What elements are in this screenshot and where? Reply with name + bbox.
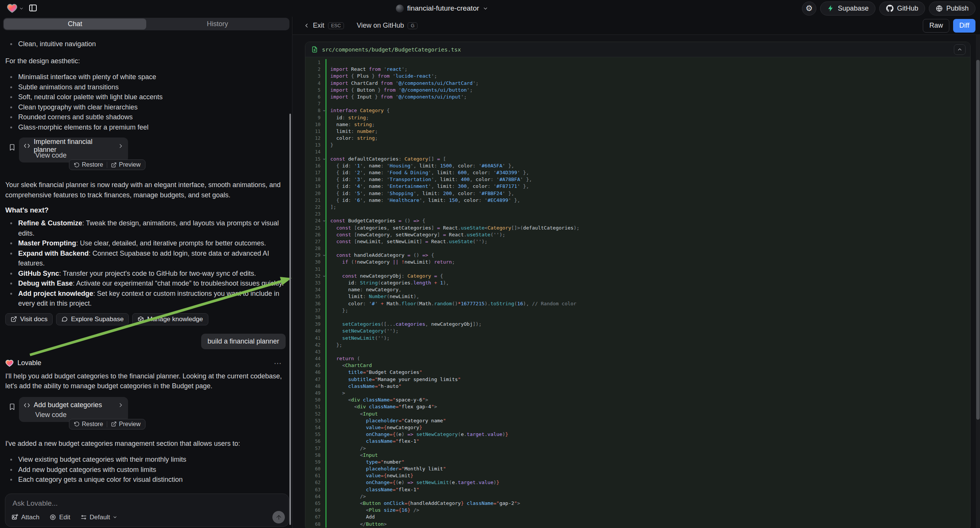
line-number: 2 xyxy=(305,66,322,73)
external-link-icon xyxy=(111,162,117,168)
raw-toggle-button[interactable]: Raw xyxy=(923,19,949,33)
code-line: 62 onChange={(e) => setNewLimit(e.target… xyxy=(305,479,970,486)
list-item: Minimalist interface with plenty of whit… xyxy=(5,72,288,82)
line-number: 12 xyxy=(305,135,322,142)
chat-panel: Chat History Clean, intuitive navigation… xyxy=(0,17,292,528)
code-line: 11 limit: number; xyxy=(305,128,970,135)
fold-toggle-icon[interactable]: › xyxy=(320,157,327,160)
line-number: 8› xyxy=(305,107,322,114)
model-selector[interactable]: Default xyxy=(80,514,118,521)
code-line: 32› const newCategoryObj: Category = { xyxy=(305,273,970,280)
chip-explore-supabase[interactable]: Explore Supabase xyxy=(56,313,129,325)
bullet-list: Clean, intuitive navigation xyxy=(5,39,288,49)
chat-history-tabs: Chat History xyxy=(3,18,290,30)
attach-button[interactable]: Attach xyxy=(11,514,40,521)
version-card: Implement financial plannerView codeRest… xyxy=(19,137,128,161)
code-line: 4import ChartCard from '@/components/ui/… xyxy=(305,80,970,87)
line-number: 3 xyxy=(305,73,322,80)
globe-icon xyxy=(935,5,943,12)
view-code-link[interactable]: View code xyxy=(35,411,124,419)
restore-button[interactable]: Restore xyxy=(70,160,107,170)
line-number: 15› xyxy=(305,156,322,162)
user-message-bubble: build a financial planner xyxy=(201,334,286,349)
arrow-up-icon xyxy=(275,514,282,521)
line-number: 60 xyxy=(305,466,322,472)
version-card-body[interactable]: Implement financial plannerView code xyxy=(19,137,128,162)
line-number: 9 xyxy=(305,115,322,121)
chevron-down-icon xyxy=(483,6,488,11)
line-number: 38 xyxy=(305,314,322,321)
lovable-app-window: financial-future-creator ⚙ Supabase GitH… xyxy=(0,0,980,528)
project-switcher[interactable]: financial-future-creator xyxy=(396,0,488,17)
code-panel: Exit ESC View on GitHub G Raw Diff src/c… xyxy=(292,17,980,528)
edit-mode-button[interactable]: Edit xyxy=(49,514,70,521)
diff-toggle-button[interactable]: Diff xyxy=(953,19,975,33)
chat-heading: What's next? xyxy=(5,205,288,215)
preview-button[interactable]: Preview xyxy=(107,160,144,170)
exit-label: Exit xyxy=(313,22,324,30)
exit-button[interactable]: Exit xyxy=(304,22,324,30)
line-number: 19 xyxy=(305,183,322,190)
list-item: Refine & Customize: Tweak the design, an… xyxy=(5,218,288,238)
code-line: 8›interface Category { xyxy=(305,107,970,114)
code-line: 20 { id: '5', name: 'Shopping', limit: 2… xyxy=(305,190,970,197)
collapse-file-button[interactable] xyxy=(954,44,966,55)
tab-chat[interactable]: Chat xyxy=(4,19,146,30)
code-line: 44 return ( xyxy=(305,355,970,362)
lovable-logo-menu[interactable] xyxy=(7,3,24,14)
code-line: 68 </Button> xyxy=(305,521,970,528)
composer-input[interactable]: Ask Lovable... xyxy=(13,499,57,507)
list-item: Master Prompting: Use clear, detailed, a… xyxy=(5,238,288,248)
fold-toggle-icon[interactable]: › xyxy=(320,254,327,257)
file-header[interactable]: src/components/budget/BudgetCategories.t… xyxy=(305,42,970,57)
file-path: src/components/budget/BudgetCategories.t… xyxy=(322,46,461,52)
code-line: 48 className="h-auto" xyxy=(305,383,970,390)
code-line: 63 className="flex-1" xyxy=(305,486,970,493)
version-card-body[interactable]: Add budget categoriesView code xyxy=(19,397,128,422)
chip-manage-knowledge[interactable]: Manage knowledge xyxy=(132,313,208,325)
preview-button[interactable]: Preview xyxy=(107,419,144,429)
fold-toggle-icon[interactable]: › xyxy=(320,110,327,112)
version-card: Add budget categoriesView codeRestorePre… xyxy=(19,397,128,420)
code-line: 34 name: newCategory, xyxy=(305,286,970,293)
code-line: 7 xyxy=(305,100,970,107)
restore-button[interactable]: Restore xyxy=(70,419,107,429)
code-line: 43 xyxy=(305,348,970,355)
assistant-header: Lovable⋯ xyxy=(5,358,288,368)
code-line: 3import { Plus } from 'lucide-react'; xyxy=(305,73,970,80)
chip-visit-docs[interactable]: Visit docs xyxy=(5,313,52,325)
send-button[interactable] xyxy=(272,511,285,523)
fold-toggle-icon[interactable]: › xyxy=(320,275,327,277)
line-number: 54 xyxy=(305,424,322,431)
github-button[interactable]: GitHub xyxy=(879,2,925,16)
line-number: 14 xyxy=(305,148,322,155)
code-scrollbar[interactable] xyxy=(976,60,980,420)
chat-paragraph: I've added a new budget categories manag… xyxy=(5,439,288,449)
tab-history[interactable]: History xyxy=(146,19,289,30)
target-icon xyxy=(49,514,56,521)
list-item: Glass-morphic elements for a premium fee… xyxy=(5,122,288,132)
chevron-left-icon xyxy=(304,23,310,29)
settings-button[interactable]: ⚙ xyxy=(802,2,816,16)
list-item: Soft, neutral color palette with light b… xyxy=(5,92,288,102)
fold-toggle-icon[interactable]: › xyxy=(320,220,327,222)
esc-key-badge: ESC xyxy=(328,22,344,29)
panel-left-icon xyxy=(29,3,38,13)
message-menu-button[interactable]: ⋯ xyxy=(272,358,285,368)
chat-scrollbar[interactable] xyxy=(290,114,291,525)
line-number: 61 xyxy=(305,472,322,479)
external-link-icon xyxy=(11,316,17,322)
code-line: 28 xyxy=(305,245,970,252)
line-number: 30 xyxy=(305,259,322,266)
suggestion-chips: Visit docsExplore SupabaseManage knowled… xyxy=(5,313,288,325)
code-line: 9 id: string; xyxy=(305,115,970,121)
toggle-sidebar-button[interactable] xyxy=(28,3,38,14)
file-plus-icon xyxy=(311,46,318,53)
view-on-github-button[interactable]: View on GitHub xyxy=(357,22,404,30)
publish-button[interactable]: Publish xyxy=(929,2,975,16)
line-number: 17 xyxy=(305,169,322,176)
bullet-list: Minimalist interface with plenty of whit… xyxy=(5,72,288,132)
code-line: 47 subtitle="Manage your spending limits… xyxy=(305,376,970,383)
supabase-button[interactable]: Supabase xyxy=(820,2,875,16)
lovable-heart-icon xyxy=(5,359,14,367)
